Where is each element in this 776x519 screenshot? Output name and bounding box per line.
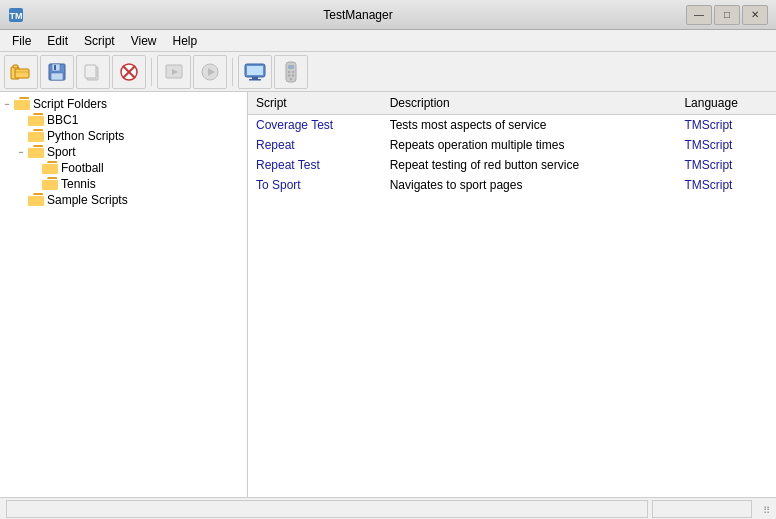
script-lang-2: TMScript — [684, 158, 732, 172]
script-name-0[interactable]: Coverage Test — [256, 118, 333, 132]
svg-rect-34 — [42, 164, 58, 174]
tree-football-label: Football — [61, 161, 104, 175]
script-name-2[interactable]: Repeat Test — [256, 158, 320, 172]
maximize-button[interactable]: □ — [714, 5, 740, 25]
copy-button[interactable] — [76, 55, 110, 89]
svg-rect-8 — [51, 73, 63, 80]
window-title: TestManager — [30, 8, 686, 22]
app-icon: TM — [8, 7, 24, 23]
remote-button[interactable] — [274, 55, 308, 89]
tree-root-label: Script Folders — [33, 97, 107, 111]
col-header-script: Script — [248, 92, 382, 115]
svg-point-25 — [288, 70, 290, 72]
scripts-table: Script Description Language Coverage Tes… — [248, 92, 776, 195]
play-button[interactable] — [193, 55, 227, 89]
menu-script[interactable]: Script — [76, 32, 123, 50]
title-bar: TM TestManager — □ ✕ — [0, 0, 776, 30]
tree-toggle-bbc1: ▸ — [14, 113, 28, 127]
folder-icon-sport — [28, 145, 44, 159]
tree-toggle-football: ▸ — [28, 161, 42, 175]
tree-sample-label: Sample Scripts — [47, 193, 128, 207]
folder-icon-bbc1 — [28, 113, 44, 127]
table-row[interactable]: To Sport Navigates to sport pages TMScri… — [248, 175, 776, 195]
tree-toggle-sample: ▸ — [14, 193, 28, 207]
tree-item-football[interactable]: ▸ Football — [0, 160, 247, 176]
menu-file[interactable]: File — [4, 32, 39, 50]
toolbar-sep-1 — [151, 58, 152, 86]
col-header-description: Description — [382, 92, 677, 115]
tree-item-bbc1[interactable]: ▸ BBC1 — [0, 112, 247, 128]
tree-tennis-label: Tennis — [61, 177, 96, 191]
svg-rect-3 — [13, 65, 18, 68]
svg-point-29 — [290, 77, 292, 79]
left-panel: − Script Folders ▸ BBC1 ▸ Py — [0, 92, 248, 497]
svg-point-26 — [292, 70, 294, 72]
save-button[interactable] — [40, 55, 74, 89]
open-button[interactable] — [4, 55, 38, 89]
toolbar — [0, 52, 776, 92]
minimize-button[interactable]: — — [686, 5, 712, 25]
right-panel: Script Description Language Coverage Tes… — [248, 92, 776, 497]
tree-item-sport[interactable]: − Sport — [0, 144, 247, 160]
menu-bar: File Edit Script View Help — [0, 30, 776, 52]
status-pane-right — [652, 500, 752, 518]
menu-view[interactable]: View — [123, 32, 165, 50]
table-row[interactable]: Repeat Repeats operation multiple times … — [248, 135, 776, 155]
svg-rect-11 — [85, 65, 96, 78]
tree-item-python[interactable]: ▸ Python Scripts — [0, 128, 247, 144]
svg-rect-30 — [14, 100, 30, 110]
tree-toggle-tennis: ▸ — [28, 177, 42, 191]
resize-grip: ⠿ — [756, 502, 770, 516]
script-lang-3: TMScript — [684, 178, 732, 192]
title-bar-left: TM — [8, 7, 30, 23]
toolbar-sep-2 — [232, 58, 233, 86]
svg-rect-36 — [28, 196, 44, 206]
script-desc-0: Tests most aspects of service — [382, 115, 677, 136]
monitor-button[interactable] — [238, 55, 272, 89]
tree-toggle-python: ▸ — [14, 129, 28, 143]
tree-toggle-root[interactable]: − — [0, 97, 14, 111]
script-desc-3: Navigates to sport pages — [382, 175, 677, 195]
tree-toggle-sport[interactable]: − — [14, 145, 28, 159]
table-row[interactable]: Coverage Test Tests most aspects of serv… — [248, 115, 776, 136]
status-bar: ⠿ — [0, 497, 776, 519]
status-pane-left — [6, 500, 648, 518]
main-content: − Script Folders ▸ BBC1 ▸ Py — [0, 92, 776, 497]
script-lang-1: TMScript — [684, 138, 732, 152]
folder-icon-root — [14, 97, 30, 111]
folder-icon-football — [42, 161, 58, 175]
script-desc-2: Repeat testing of red button service — [382, 155, 677, 175]
svg-point-28 — [292, 74, 294, 76]
svg-point-27 — [288, 74, 290, 76]
svg-rect-9 — [54, 65, 56, 70]
svg-rect-20 — [247, 66, 263, 75]
close-button[interactable]: ✕ — [742, 5, 768, 25]
tree-bbc1-label: BBC1 — [47, 113, 78, 127]
svg-rect-33 — [28, 148, 44, 158]
svg-rect-22 — [249, 79, 261, 81]
tree-item-root[interactable]: − Script Folders — [0, 96, 247, 112]
col-header-language: Language — [676, 92, 776, 115]
menu-edit[interactable]: Edit — [39, 32, 76, 50]
record-button[interactable] — [157, 55, 191, 89]
svg-rect-4 — [15, 69, 29, 78]
folder-icon-sample — [28, 193, 44, 207]
table-row[interactable]: Repeat Test Repeat testing of red button… — [248, 155, 776, 175]
svg-rect-21 — [252, 77, 258, 79]
script-name-1[interactable]: Repeat — [256, 138, 295, 152]
script-lang-0: TMScript — [684, 118, 732, 132]
svg-rect-32 — [28, 132, 44, 142]
tree-sport-label: Sport — [47, 145, 76, 159]
tree-item-sample[interactable]: ▸ Sample Scripts — [0, 192, 247, 208]
script-name-3[interactable]: To Sport — [256, 178, 301, 192]
folder-icon-tennis — [42, 177, 58, 191]
svg-rect-31 — [28, 116, 44, 126]
svg-rect-35 — [42, 180, 58, 190]
window-controls: — □ ✕ — [686, 5, 768, 25]
svg-text:TM: TM — [10, 11, 23, 21]
tree-item-tennis[interactable]: ▸ Tennis — [0, 176, 247, 192]
tree-python-label: Python Scripts — [47, 129, 124, 143]
stop-button[interactable] — [112, 55, 146, 89]
folder-icon-python — [28, 129, 44, 143]
menu-help[interactable]: Help — [165, 32, 206, 50]
